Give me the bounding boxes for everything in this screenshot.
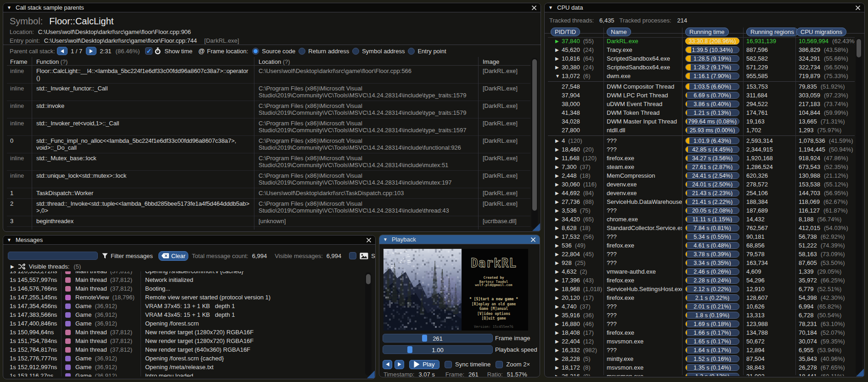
column-header-pid-tid[interactable]: PID/TID: [551, 28, 580, 36]
expand-icon[interactable]: ▶: [555, 321, 562, 326]
expand-icon[interactable]: ▶: [555, 234, 562, 239]
cpu-table-row[interactable]: ▶10,816(64)ScriptedSandbox64.exe1:28.5 (…: [548, 54, 855, 63]
close-icon[interactable]: [855, 5, 861, 11]
cpu-table-row[interactable]: ▶18,408(17)firefox.exe1.66 s (0.17%)134,…: [548, 328, 855, 337]
cpu-table-row[interactable]: ▶7,300(37)steam.exe27.61 s (2.87%)1,286,…: [548, 163, 855, 171]
message-row[interactable]: 1s 120,335,272nsMain thread(37,812)Openi…: [7, 271, 372, 275]
column-header-function[interactable]: Function (?): [32, 57, 254, 65]
resize-grip[interactable]: [367, 371, 375, 378]
message-row[interactable]: 1s 147,354,456nsGame(36,912)VRAM 37x45: …: [7, 302, 372, 310]
expand-icon[interactable]: ▶: [555, 286, 562, 292]
cpu-table-row[interactable]: ▶18,460(20)???42.85 s (4.45%)2,344,9151,…: [548, 145, 855, 154]
expand-icon[interactable]: ▶: [555, 348, 562, 353]
show-images-checkbox[interactable]: [349, 252, 356, 259]
cpu-table-row[interactable]: ▶22,404(12)msvsmon.exe1.65 s (0.17%)50,6…: [548, 337, 855, 346]
cpu-table-row[interactable]: ▶4,740(37)???2.01 s (0.21%)10,6266,994(6…: [548, 302, 855, 311]
expand-icon[interactable]: ▶: [11, 264, 14, 269]
call-stack-row[interactable]: inlinestd::_Invoker_functor::_CallC:\Pro…: [7, 84, 530, 101]
play-button[interactable]: Play: [409, 360, 440, 369]
cpu-table-row[interactable]: ▶16,880(46)???1.69 s (0.18%)123,98878,23…: [548, 320, 855, 328]
expand-icon[interactable]: ▶: [555, 164, 562, 169]
cpu-table-row[interactable]: ▶30,060(116)devenv.exe24.01 s (2.50%)278…: [548, 180, 855, 189]
collapse-icon[interactable]: ▼: [548, 5, 556, 10]
cpu-table-row[interactable]: ▶28,228(5)mintty.exe1.52 s (0.16%)87,504…: [548, 354, 855, 363]
cpu-table-row[interactable]: ▼13,072(6)dwm.exe1:16.1 (7.90%)955,58571…: [548, 72, 855, 80]
cpu-table-row[interactable]: 37,904DWM LPC Port Thread6.69 s (0.70%)3…: [548, 91, 855, 100]
expand-icon[interactable]: ▶: [555, 330, 562, 335]
expand-icon[interactable]: ▶: [555, 47, 562, 52]
cpu-table-row[interactable]: ▶4(120)???1:01.9 (6.43%)2,593,3141,078,5…: [548, 136, 855, 145]
next-frame-button[interactable]: [395, 360, 404, 369]
cpu-table-row[interactable]: ▶2,448(18)MemCompression24.41 s (2.54%)6…: [548, 171, 855, 180]
expand-icon[interactable]: ▶: [555, 278, 562, 283]
cpu-table-row[interactable]: 27,800ntdll.dll25.93 ms (0.00%)1,7021,29…: [548, 126, 855, 135]
column-header-location[interactable]: Location (?): [254, 57, 478, 65]
cpu-scrollbar[interactable]: [856, 38, 862, 375]
expand-icon[interactable]: ▶: [555, 173, 562, 178]
cpu-table-row[interactable]: ▶8,628(18)StandardCollector.Service.exe7…: [548, 224, 855, 232]
call-stack-row[interactable]: inlineFloor::CalcLight::__l4::<lambda_5b…: [7, 66, 530, 84]
cpu-table-row[interactable]: ▶3,536(75)???20.05 s (2.08%)187,689116,1…: [548, 206, 855, 215]
expand-icon[interactable]: ▶: [555, 252, 562, 257]
cpu-table-row[interactable]: ▶26,216(9)msvsmon.exe1.3 s (0.13%)31,002…: [548, 372, 855, 376]
cpu-table-row[interactable]: 27,548DWM Compositor Thread1:03.5 (6.60%…: [548, 82, 855, 91]
filter-input[interactable]: [8, 252, 98, 260]
message-row[interactable]: 1s 152,912,997nsGame(36,912)Opening /met…: [7, 363, 372, 371]
frame-image-slider[interactable]: 261: [383, 334, 493, 343]
collapse-icon[interactable]: ▼: [383, 237, 390, 242]
cpu-table-row[interactable]: ▶18,172(8)msvsmon.exe1.35 s (0.14%)38,84…: [548, 363, 855, 372]
cpu-table-row[interactable]: ▶928(25)???3.34 s (0.35%)163,73487,605(5…: [548, 258, 855, 267]
radio-symbol-address[interactable]: [352, 48, 359, 55]
call-stack-row[interactable]: inlinestd::_Mutex_base::lockC:\Program F…: [7, 153, 530, 171]
titlebar-messages[interactable]: ▼ Messages: [3, 236, 375, 245]
cpu-table-row[interactable]: ▶18,968(1,018)ServiceHub.SettingsHost.ex…: [548, 285, 855, 293]
expand-icon[interactable]: ▶: [555, 56, 562, 61]
expand-icon[interactable]: ▶: [555, 243, 562, 248]
expand-icon[interactable]: ▶: [555, 356, 562, 361]
collapse-icon[interactable]: ▼: [555, 73, 562, 79]
cpu-table-row[interactable]: ▶17,532(56)???5.34 s (0.55%)90,18156,738…: [548, 232, 855, 241]
message-row[interactable]: 1s 152,764,817nsMain thread(37,812)New r…: [7, 345, 372, 354]
message-row[interactable]: 1s 153,116,27nsGame(36,912)Intro menu lo…: [7, 371, 372, 376]
titlebar-cpu-data[interactable]: ▼ CPU data: [545, 3, 864, 12]
expand-icon[interactable]: ▶: [555, 182, 562, 187]
close-icon[interactable]: [530, 237, 536, 242]
cpu-table-row[interactable]: ▶22,804(45)???3.78 s (0.39%)79,57858,163…: [548, 250, 855, 258]
message-row[interactable]: 1s 150,994,64nsMain thread(37,812)New re…: [7, 328, 372, 337]
column-header-running-time[interactable]: Running time: [685, 28, 729, 36]
expand-icon[interactable]: ▶: [555, 295, 562, 300]
radio-source-code[interactable]: [252, 48, 259, 55]
message-row[interactable]: 1s 151,754,784nsMain thread(37,812)New r…: [7, 337, 372, 345]
collapse-icon[interactable]: ▼: [7, 237, 14, 242]
expand-icon[interactable]: ▶: [555, 304, 562, 309]
prev-frame-button[interactable]: [383, 360, 392, 369]
titlebar-call-stack[interactable]: ▼ Call stack sample parents: [3, 3, 541, 12]
call-stack-row[interactable]: 0std::_Func_impl_no_alloc<<lambda_5bc224…: [7, 136, 530, 153]
expand-icon[interactable]: ▶: [555, 269, 562, 274]
message-row[interactable]: 1s 147,383,566nsGame(36,912)VRAM 43x45: …: [7, 310, 372, 319]
expand-icon[interactable]: ▶: [555, 199, 562, 204]
column-header-image[interactable]: Image: [478, 57, 530, 65]
resize-grip[interactable]: [532, 223, 540, 231]
cpu-table-row[interactable]: ▶4,632(2)vmware-authd.exe2.46 s (0.26%)4…: [548, 267, 855, 276]
call-stack-scrollbar[interactable]: [531, 58, 538, 229]
cpu-table-row[interactable]: 38,000uDWM Event Thread3.86 s (0.40%)294…: [548, 100, 855, 108]
expand-icon[interactable]: ▶: [555, 138, 562, 143]
sync-timeline-checkbox[interactable]: [445, 361, 452, 368]
cpu-table-row[interactable]: 41,348DWM Token Thread1.21 s (0.13%)174,…: [548, 108, 855, 117]
expand-icon[interactable]: ▶: [555, 191, 562, 196]
expand-icon[interactable]: ▶: [555, 65, 562, 70]
cpu-table-row[interactable]: ▶37,840(55)DarkRL.exe33:30.8 (208.96%)16…: [548, 37, 855, 45]
expand-icon[interactable]: ▶: [555, 147, 562, 152]
resize-grip[interactable]: [856, 369, 864, 376]
cpu-table-row[interactable]: ▶30,380(24)ScriptedSandbox64.exe1:28.2 (…: [548, 63, 855, 72]
messages-scrollbar[interactable]: [365, 272, 372, 376]
cpu-table-row[interactable]: ▶44,692(84)devenv.exe21.43 s (2.23%)254,…: [548, 189, 855, 197]
expand-icon[interactable]: ▶: [555, 260, 562, 265]
message-row[interactable]: 1s 145,557,997nsMain thread(37,812)Netwo…: [7, 275, 372, 284]
message-row[interactable]: 1s 146,576,766nsMain thread(37,812)Booti…: [7, 284, 372, 293]
column-header-cpu-migrations[interactable]: CPU migrations: [796, 28, 846, 36]
message-row[interactable]: 1s 147,255,145nsRemoteView(18,796)Remote…: [7, 293, 372, 302]
close-icon[interactable]: [366, 237, 372, 243]
column-header-name[interactable]: Name: [607, 28, 631, 36]
